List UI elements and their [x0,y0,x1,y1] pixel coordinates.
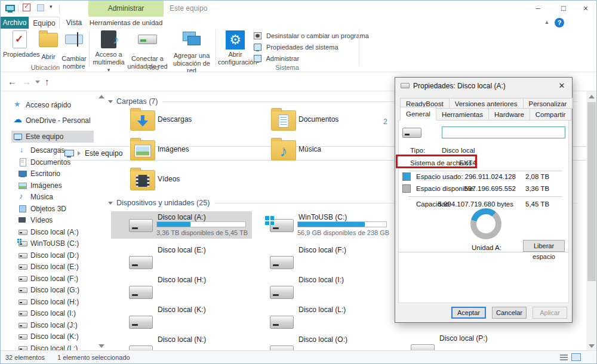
sidebar-item-icon [19,251,27,260]
divider [408,171,562,171]
drive-letter-label: Unidad A: [472,244,501,251]
up-icon[interactable]: ↑ [45,76,50,88]
sidebar-item[interactable]: Vídeos [11,215,106,227]
drive-tile[interactable]: Disco local (O:) [252,334,393,351]
sidebar-scrollbar[interactable] [96,91,106,351]
tab-compartir[interactable]: Compartir [530,108,571,121]
sidebar-item[interactable]: Disco local (J:) [11,319,106,331]
sidebar-item-label: Imágenes [30,181,62,190]
sidebar-item[interactable]: Documentos [11,156,106,168]
folder-tile[interactable]: Descargas [111,110,252,137]
drive-name: Disco local (I:) [298,276,344,284]
quick-access-toolbar-dropdown-icon[interactable]: ▾ [50,4,53,10]
sidebar-item-icon [19,321,27,329]
folder-tile[interactable]: Vídeos [111,169,252,197]
folder-tile[interactable]: ♪ Música [252,140,393,167]
drive-label-input[interactable] [442,127,565,138]
folder-tile[interactable]: Imágenes [111,140,252,167]
tab-personalizar[interactable]: Personalizar [523,98,573,109]
tab-equipo[interactable]: Equipo [29,17,60,29]
properties-button[interactable]: Propiedades [3,30,36,58]
system-properties-button[interactable]: Propiedades del sistema [254,44,359,53]
media-server-icon [99,30,119,50]
drive-tile[interactable]: Disco local (P:) [393,332,534,351]
sidebar-item[interactable]: Disco local (A:) [11,226,106,238]
drive-tile[interactable]: WinToUSB (C:) 56,9 GB disponibles de 238… [252,211,393,239]
collapse-ribbon-icon[interactable]: ▲ [543,19,551,26]
sidebar-item[interactable]: Música [11,192,106,203]
recent-locations-dropdown-icon[interactable] [35,81,40,84]
sidebar-item[interactable]: Disco local (G:) [11,285,106,297]
sidebar-item[interactable]: Objetos 3D [11,203,106,215]
network-drive-icon [137,35,158,54]
tab-archivo[interactable]: Archivo [1,17,29,29]
collapse-section-icon[interactable] [108,100,113,103]
scroll-down-icon[interactable] [589,344,595,348]
tab-herramientas[interactable]: Herramientas [436,108,489,121]
sidebar-item[interactable]: Escritorio [11,168,106,180]
drive-icon [129,286,153,299]
uninstall-icon [254,32,261,39]
drive-tile[interactable]: Disco local (A:) 3,36 TB disponibles de … [111,211,252,239]
type-value: Disco local [442,147,475,154]
open-button[interactable]: Abrir [36,30,60,61]
close-button[interactable]: × [577,2,595,15]
sidebar-item[interactable]: Disco local (D:) [11,249,106,261]
scroll-up-icon[interactable] [99,95,104,98]
used-space-size: 2,08 TB [525,173,549,180]
tab-hardware[interactable]: Hardware [488,108,530,121]
drive-tile[interactable]: Disco local (E:) [111,244,252,272]
drive-tile[interactable]: Disco local (I:) [252,274,393,301]
sidebar-item-label: Disco local (K:) [30,332,79,341]
scroll-down-icon[interactable] [99,344,104,348]
open-settings-button[interactable]: Abrir configuración [218,30,253,66]
cancel-button[interactable]: Cancelar [492,307,527,319]
collapse-section-icon[interactable] [108,202,113,205]
tab-vista[interactable]: Vista [60,17,88,29]
maximize-button[interactable]: □ [555,2,573,15]
tab-versiones-anteriores[interactable]: Versiones anteriores [449,98,524,109]
sidebar-item[interactable]: Este equipo [11,131,94,143]
drive-tile[interactable]: Disco local (F:) [252,244,393,272]
sidebar-item-icon [19,332,27,341]
drive-capacity-text: 56,9 GB disponibles de 238 GB [297,229,389,236]
scrollbar-thumb[interactable] [587,102,596,281]
sidebar-item[interactable]: Disco local (H:) [11,296,106,308]
free-up-space-button[interactable]: Liberar espacio [523,240,565,252]
drive-tile[interactable]: Disco local (L:) [252,304,393,331]
sidebar-item[interactable]: OneDrive - Personal [11,115,106,127]
dialog-title: Propiedades: Disco local (A:) [413,82,506,90]
sidebar-item[interactable]: Imágenes [11,180,106,192]
sidebar-item[interactable]: Disco local (E:) [11,261,106,273]
folder-tile[interactable]: Documentos [252,110,393,137]
accept-button[interactable]: Aceptar [451,307,486,319]
sidebar-item[interactable]: Disco local (K:) [11,331,106,343]
manage-button[interactable]: Administrar [254,55,359,64]
help-icon[interactable]: ? [555,18,564,27]
content-scrollbar[interactable] [586,91,597,351]
properties-dialog: Propiedades: Disco local (A:) ✕ ReadyBoo… [395,77,573,323]
sidebar-item[interactable]: Disco local (I:) [11,308,106,320]
back-icon[interactable]: ← [8,76,17,88]
scroll-up-icon[interactable] [589,95,595,98]
network-location-icon [181,32,202,51]
dialog-title-bar[interactable]: Propiedades: Disco local (A:) ✕ [395,78,572,94]
details-view-icon[interactable] [560,354,568,360]
new-folder-quick-icon[interactable] [37,4,47,13]
folder-icon [130,110,155,131]
dialog-close-icon[interactable]: ✕ [556,81,567,91]
properties-quick-icon[interactable] [23,4,32,13]
sidebar-item[interactable]: Acceso rápido [11,99,106,111]
drive-tile[interactable]: Disco local (K:) [111,304,252,331]
drive-tile[interactable]: Disco local (N:) [111,334,252,351]
minimize-button[interactable]: – [529,2,547,15]
divider [59,4,60,13]
tab-herramientas-de-unidad[interactable]: Herramientas de unidad [88,17,164,29]
sidebar-item[interactable]: Descargas [11,145,106,157]
uninstall-program-button[interactable]: Desinstalar o cambiar un programa [254,32,359,41]
drive-tile[interactable]: Disco local (H:) [111,274,252,301]
tab-general[interactable]: General [400,107,436,121]
large-icons-view-icon[interactable] [571,353,581,361]
sidebar-item[interactable]: WinToUSB (C:) [11,238,106,250]
sidebar-item[interactable]: Disco local (F:) [11,273,106,285]
